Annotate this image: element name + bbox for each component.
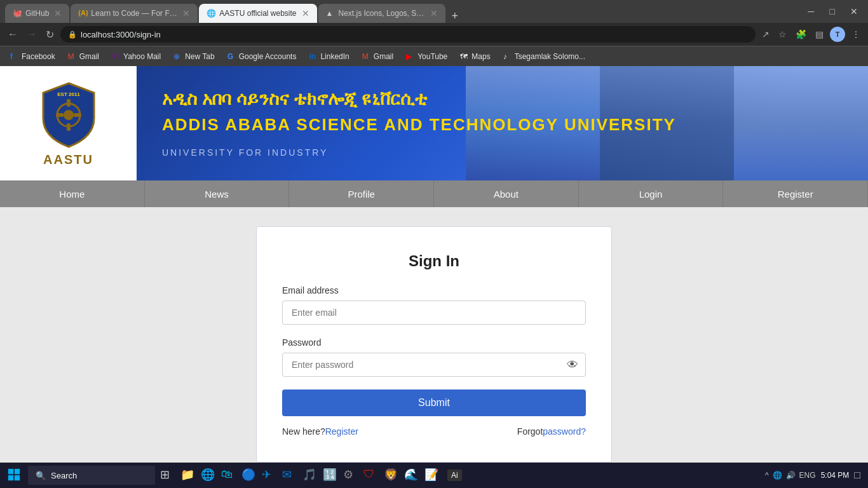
profile-avatar[interactable]: T xyxy=(830,27,845,42)
svg-rect-5 xyxy=(74,113,81,117)
taskbar-search-icon: 🔍 xyxy=(36,471,46,480)
nav-profile[interactable]: Profile xyxy=(289,180,434,207)
site-header: EST 2011 AASTU አዲስ አበባ ሳይንስና ቴክኖሎጂ ዩኒቨርሲ… xyxy=(0,66,868,180)
start-button[interactable] xyxy=(0,468,28,483)
bookmark-google-accounts-label: Google Accounts xyxy=(239,52,297,61)
taskbar-search[interactable]: 🔍 Search xyxy=(28,466,155,485)
bookmark-yahoo[interactable]: Y! Yahoo Mail xyxy=(107,51,166,62)
file-explorer-icon[interactable]: 📁 xyxy=(180,468,196,483)
mail-icon[interactable]: ✉ xyxy=(282,468,297,483)
windows-logo-icon xyxy=(8,468,20,481)
aastu-icon: 🌐 xyxy=(207,9,215,18)
password-form-group: Password 👁 xyxy=(282,337,586,377)
edge-icon[interactable]: 🌊 xyxy=(404,468,419,483)
tab-close-github[interactable]: ✕ xyxy=(54,8,62,18)
bookmark-linkedin-label: LinkedIn xyxy=(320,52,349,61)
bookmark-gmail2[interactable]: M Gmail xyxy=(357,51,398,62)
password-link[interactable]: password? xyxy=(543,426,586,437)
learntocode-icon: (A) xyxy=(78,9,87,18)
system-icons: ^ 🌐 🔊 ENG xyxy=(765,471,816,480)
svg-rect-3 xyxy=(67,123,71,131)
media-icon[interactable]: 🎵 xyxy=(302,468,318,483)
bookmark-google-accounts[interactable]: G Google Accounts xyxy=(222,51,302,62)
speaker-icon[interactable]: 🔊 xyxy=(786,471,796,480)
bookmark-linkedin[interactable]: in LinkedIn xyxy=(304,51,354,62)
tab-github[interactable]: 🐙 GitHub ✕ xyxy=(5,4,69,23)
share-button[interactable]: ↗ xyxy=(759,27,772,42)
menu-button[interactable]: ⋮ xyxy=(849,27,863,42)
bookmark-maps[interactable]: 🗺 Maps xyxy=(455,51,495,62)
notification-icon[interactable]: □ xyxy=(854,470,860,481)
url-box[interactable]: 🔒 localhost:3000/sign-in xyxy=(60,26,756,43)
banner-tagline-text: UNIVERSITY FOR INDUSTRY xyxy=(162,147,843,158)
bookmark-facebook[interactable]: f Facebook xyxy=(5,51,60,62)
bookmark-gmail2-label: Gmail xyxy=(374,52,393,61)
submit-button[interactable]: Submit xyxy=(282,390,586,416)
password-label: Password xyxy=(282,337,586,348)
tab-close-learntocode[interactable]: ✕ xyxy=(182,8,190,18)
task-view-icon[interactable]: ⊞ xyxy=(160,468,175,483)
password-input[interactable] xyxy=(282,353,586,377)
back-button[interactable]: ← xyxy=(5,26,20,43)
bookmark-newtab[interactable]: ⊕ New Tab xyxy=(168,51,219,62)
tab-close-nextjs[interactable]: ✕ xyxy=(430,8,438,18)
tab-close-aastu[interactable]: ✕ xyxy=(302,8,309,18)
logo-area: EST 2011 AASTU xyxy=(0,66,137,180)
nav-about[interactable]: About xyxy=(434,180,579,207)
reload-button[interactable]: ↻ xyxy=(43,26,57,43)
bookmark-newtab-label: New Tab xyxy=(185,52,214,61)
bookmark-gmail[interactable]: M Gmail xyxy=(63,51,104,62)
ai-badge[interactable]: Ai xyxy=(447,470,462,481)
gmail2-icon: M xyxy=(362,52,371,61)
tab-aastu[interactable]: 🌐 AASTU official website ✕ xyxy=(199,4,316,23)
forward-button[interactable]: → xyxy=(24,26,39,43)
network-icon[interactable]: 🌐 xyxy=(773,471,782,480)
chrome-taskbar-icon[interactable]: 🔵 xyxy=(241,468,257,483)
website-content: EST 2011 AASTU አዲስ አበባ ሳይንስና ቴክኖሎጂ ዩኒቨርሲ… xyxy=(0,66,868,475)
forgot-link-group: Forgotpassword? xyxy=(517,426,586,437)
bookmark-button[interactable]: ☆ xyxy=(776,27,789,42)
app-icon[interactable]: ⚙ xyxy=(343,468,358,483)
main-content: Sign In Email address Password 👁 Submit … xyxy=(0,207,868,475)
banner-english-text: ADDIS ABABA SCIENCE AND TECHNOLOGY UNIVE… xyxy=(162,115,843,135)
logo-image: EST 2011 xyxy=(37,80,100,150)
nav-login[interactable]: Login xyxy=(579,180,724,207)
email-label: Email address xyxy=(282,285,586,295)
address-bar: ← → ↻ 🔒 localhost:3000/sign-in ↗ ☆ 🧩 ▤ T… xyxy=(0,23,868,46)
nav-home[interactable]: Home xyxy=(0,180,145,207)
close-button[interactable]: ✕ xyxy=(845,4,863,19)
new-tab-button[interactable]: + xyxy=(447,10,464,23)
nav-register[interactable]: Register xyxy=(723,180,868,207)
show-password-icon[interactable]: 👁 xyxy=(567,358,578,372)
bookmark-youtube-label: YouTube xyxy=(417,52,447,61)
language-indicator: ENG xyxy=(799,471,816,480)
taskbar-icons: ⊞ 📁 🌐 🛍 🔵 ✈ ✉ 🎵 🔢 ⚙ 🛡 🦁 🌊 📝 xyxy=(155,468,445,483)
email-input[interactable] xyxy=(282,301,586,325)
sidebar-button[interactable]: ▤ xyxy=(813,27,826,42)
calc-icon[interactable]: 🔢 xyxy=(323,468,338,483)
chevron-up-icon[interactable]: ^ xyxy=(765,471,769,480)
svg-rect-9 xyxy=(8,475,13,480)
minimize-button[interactable]: ─ xyxy=(803,4,820,19)
maximize-button[interactable]: □ xyxy=(825,4,840,19)
tab-learntocode[interactable]: (A) Learn to Code — For Free — Co... ✕ xyxy=(71,4,198,23)
store-icon[interactable]: 🛍 xyxy=(221,468,236,483)
extensions-button[interactable]: 🧩 xyxy=(793,27,809,42)
github-icon: 🐙 xyxy=(13,9,22,18)
vpn-icon[interactable]: 🛡 xyxy=(363,468,379,483)
bar-actions: ↗ ☆ 🧩 ▤ T ⋮ xyxy=(759,27,863,42)
tab-nextjs[interactable]: ▲ Next.js Icons, Logos, Symbols – ✕ xyxy=(318,4,445,23)
bookmark-youtube[interactable]: ▶ YouTube xyxy=(401,51,452,62)
gmail-icon: M xyxy=(68,52,77,61)
banner-area: አዲስ አበባ ሳይንስና ቴክኖሎጂ ዩኒቨርሲቲ ADDIS ABABA S… xyxy=(137,66,868,180)
password-wrapper: 👁 xyxy=(282,353,586,377)
register-link[interactable]: Register xyxy=(325,426,358,437)
tab-title-aastu: AASTU official website xyxy=(219,9,296,18)
vscode-icon[interactable]: 📝 xyxy=(424,468,440,483)
brave-icon[interactable]: 🦁 xyxy=(384,468,399,483)
telegram-icon[interactable]: ✈ xyxy=(262,468,277,483)
nav-news[interactable]: News xyxy=(145,180,290,207)
browser-taskbar-icon[interactable]: 🌐 xyxy=(201,468,216,483)
bookmark-tiktok[interactable]: ♪ Tsegamlak Solomo... xyxy=(498,51,590,62)
new-here-text: New here? xyxy=(282,426,325,437)
